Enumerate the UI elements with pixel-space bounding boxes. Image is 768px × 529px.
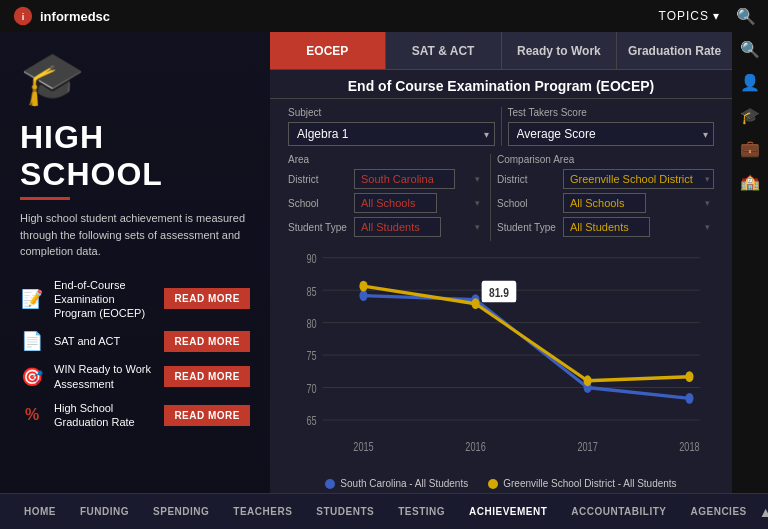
logo: i informedsc [12, 5, 110, 27]
nav-spending[interactable]: SPENDING [141, 506, 221, 517]
subject-select-wrapper: Algebra 1 ▾ [288, 122, 495, 146]
menu-item-eocep: 📝 End-of-Course Examination Program (EOC… [20, 278, 250, 321]
menu-item-sat: 📄 SAT and ACT READ MORE [20, 330, 250, 352]
legend-label-gvl: Greenville School District - All Student… [503, 478, 676, 489]
line-greenville [363, 286, 689, 381]
area-school-arrow-icon: ▾ [475, 198, 480, 208]
graduation-hat-icon: 🎓 [20, 48, 250, 109]
svg-text:i: i [22, 12, 25, 22]
title-underline [20, 197, 70, 200]
comp-school-select[interactable]: All Schools [563, 193, 646, 213]
area-school-row: School All Schools ▾ [288, 193, 484, 213]
sidebar-search-icon[interactable]: 🔍 [740, 40, 760, 59]
bottom-nav-chevron-up-icon[interactable]: ▲ [759, 504, 768, 520]
area-student-select-wrapper: All Students ▾ [354, 217, 484, 237]
sat-icon: 📄 [20, 330, 44, 352]
win-icon: 🎯 [20, 366, 44, 388]
nav-teachers[interactable]: TEACHERS [221, 506, 304, 517]
legend-item-gvl: Greenville School District - All Student… [488, 478, 676, 489]
nav-home[interactable]: HOME [12, 506, 68, 517]
page-title: HIGH SCHOOL [20, 119, 250, 193]
graduation-label: High School Graduation Rate [54, 401, 154, 430]
legend-label-sc: South Carolina - All Students [340, 478, 468, 489]
search-icon[interactable]: 🔍 [736, 7, 756, 26]
right-panel: EOCEP SAT & ACT Ready to Work Graduation… [270, 32, 732, 493]
sat-label: SAT and ACT [54, 334, 154, 348]
sidebar-person-icon[interactable]: 👤 [740, 73, 760, 92]
comp-area-label: Comparison Area [497, 154, 714, 165]
comp-district-select[interactable]: Greenville School District [563, 169, 714, 189]
comp-school-row: School All Schools ▾ [497, 193, 714, 213]
subject-select[interactable]: Algebra 1 [288, 122, 495, 146]
tab-ready-to-work[interactable]: Ready to Work [502, 32, 618, 69]
point-gvl-2017 [584, 375, 592, 386]
topics-button[interactable]: TOPICS ▾ [659, 9, 720, 23]
point-gvl-2016 [471, 298, 479, 309]
area-student-label: Student Type [288, 222, 348, 233]
score-select[interactable]: Average Score [508, 122, 715, 146]
nav-achievement[interactable]: ACHIEVEMENT [457, 506, 559, 517]
nav-students[interactable]: STUDENTS [304, 506, 386, 517]
sidebar-briefcase-icon[interactable]: 💼 [740, 139, 760, 158]
point-gvl-2018 [685, 371, 693, 382]
legend-item-sc: South Carolina - All Students [325, 478, 468, 489]
tab-eocep[interactable]: EOCEP [270, 32, 386, 69]
logo-text: informedsc [40, 9, 110, 24]
svg-text:90: 90 [306, 252, 316, 266]
comp-district-select-wrapper: Greenville School District ▾ [563, 169, 714, 189]
area-school-label: School [288, 198, 348, 209]
eocep-icon: 📝 [20, 288, 44, 310]
comparison-area-group: Comparison Area District Greenville Scho… [491, 154, 720, 241]
nav-accountability[interactable]: ACCOUNTABILITY [559, 506, 678, 517]
comp-student-select[interactable]: All Students [563, 217, 650, 237]
comp-school-arrow-icon: ▾ [705, 198, 710, 208]
graduation-icon: % [20, 406, 44, 424]
top-nav-right: TOPICS ▾ 🔍 [659, 7, 756, 26]
nav-testing[interactable]: TESTING [386, 506, 457, 517]
area-student-select[interactable]: All Students [354, 217, 441, 237]
point-gvl-2015 [359, 281, 367, 292]
svg-text:80: 80 [306, 317, 316, 331]
comp-school-label: School [497, 198, 557, 209]
area-label: Area [288, 154, 484, 165]
chart-svg: 90 85 80 75 70 65 2015 2016 2017 2018 [282, 251, 720, 474]
area-student-arrow-icon: ▾ [475, 222, 480, 232]
svg-text:2018: 2018 [679, 440, 699, 454]
area-student-row: Student Type All Students ▾ [288, 217, 484, 237]
menu-item-win: 🎯 WIN Ready to Work Assessment READ MORE [20, 362, 250, 391]
win-read-more-button[interactable]: READ MORE [164, 366, 250, 387]
tab-sat[interactable]: SAT & ACT [386, 32, 502, 69]
area-school-select[interactable]: All Schools [354, 193, 437, 213]
legend-dot-sc [325, 479, 335, 489]
subject-control-group: Subject Algebra 1 ▾ [282, 107, 502, 146]
sat-read-more-button[interactable]: READ MORE [164, 331, 250, 352]
bottom-nav-items: HOME FUNDING SPENDING TEACHERS STUDENTS … [12, 506, 759, 517]
svg-text:65: 65 [306, 414, 316, 428]
svg-text:85: 85 [306, 284, 316, 298]
sidebar-graduation-icon[interactable]: 🎓 [740, 106, 760, 125]
eocep-read-more-button[interactable]: READ MORE [164, 288, 250, 309]
chevron-down-icon: ▾ [713, 9, 720, 23]
area-group: Area District South Carolina ▾ School Al… [282, 154, 491, 241]
graduation-read-more-button[interactable]: READ MORE [164, 405, 250, 426]
area-controls: Area District South Carolina ▾ School Al… [270, 150, 732, 245]
subject-label: Subject [288, 107, 495, 118]
area-district-row: District South Carolina ▾ [288, 169, 484, 189]
score-label: Test Takers Score [508, 107, 715, 118]
legend-dot-gvl [488, 479, 498, 489]
point-sc-2018 [685, 393, 693, 404]
area-district-label: District [288, 174, 348, 185]
nav-funding[interactable]: FUNDING [68, 506, 141, 517]
area-district-select[interactable]: South Carolina [354, 169, 455, 189]
comp-student-select-wrapper: All Students ▾ [563, 217, 714, 237]
sidebar-school-icon[interactable]: 🏫 [740, 172, 760, 191]
section-title: End of Course Examination Program (EOCEP… [270, 70, 732, 99]
svg-text:2015: 2015 [353, 440, 373, 454]
tab-bar: EOCEP SAT & ACT Ready to Work Graduation… [270, 32, 732, 70]
tab-graduation-rate[interactable]: Graduation Rate [617, 32, 732, 69]
score-select-wrapper: Average Score ▾ [508, 122, 715, 146]
left-panel: 🎓 HIGH SCHOOL High school student achiev… [0, 32, 270, 493]
nav-agencies[interactable]: AGENCIES [679, 506, 759, 517]
line-south-carolina [363, 296, 689, 399]
win-label: WIN Ready to Work Assessment [54, 362, 154, 391]
